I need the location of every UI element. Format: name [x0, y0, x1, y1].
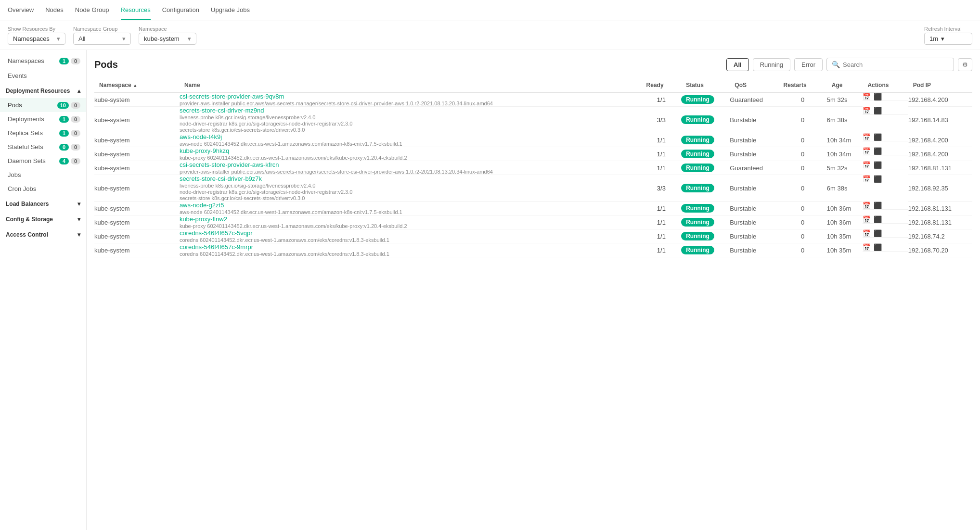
sidebar-config-storage-section: Config & Storage ▾	[0, 212, 86, 227]
namespace-value: kube-system	[144, 35, 180, 42]
sidebar-item-events[interactable]: Events	[0, 69, 86, 83]
sidebar-deployments-label: Deployments	[8, 115, 44, 123]
terminal-icon[interactable]: ⬛	[874, 202, 882, 209]
sidebar-item-jobs[interactable]: Jobs	[0, 168, 86, 182]
pod-name-link[interactable]: aws-node-t4k9j	[180, 133, 642, 140]
namespace-cell: kube-system	[94, 93, 180, 107]
nav-nodes[interactable]: Nodes	[45, 0, 64, 20]
actions-cell: 📅 ⬛	[863, 215, 908, 224]
table-row: kube-systemcoredns-546f4f657c-5vqprcored…	[94, 229, 972, 243]
terminal-icon[interactable]: ⬛	[874, 215, 882, 223]
pod-name-link[interactable]: coredns-546f4f657c-5vqpr	[180, 229, 642, 237]
nav-overview[interactable]: Overview	[8, 0, 34, 20]
status-cell: Running	[681, 175, 730, 202]
sidebar-access-control-header[interactable]: Access Control ▾	[0, 227, 86, 242]
search-input[interactable]	[843, 61, 949, 68]
age-cell: 10h 34m	[827, 133, 863, 147]
actions-cell: 📅 ⬛	[863, 229, 908, 238]
calendar-icon[interactable]: 📅	[863, 147, 871, 155]
pod-ip-cell: 192.168.4.200	[908, 93, 972, 107]
ready-cell: 3/3	[642, 107, 682, 133]
col-name: Name	[180, 78, 642, 93]
pod-name-link[interactable]: aws-node-g2zt5	[180, 202, 642, 209]
sidebar-stateful-sets-badge-green: 0	[59, 144, 69, 151]
show-resources-label: Show Resources By	[8, 26, 65, 32]
sidebar-load-balancers-header[interactable]: Load Balancers ▾	[0, 197, 86, 211]
terminal-icon[interactable]: ⬛	[874, 147, 882, 155]
qos-cell: Burstable	[730, 133, 778, 147]
nav-configuration[interactable]: Configuration	[162, 0, 199, 20]
terminal-icon[interactable]: ⬛	[874, 175, 882, 183]
calendar-icon[interactable]: 📅	[863, 243, 871, 251]
filter-error-button[interactable]: Error	[794, 58, 823, 71]
sidebar-config-storage-label: Config & Storage	[6, 216, 53, 223]
pod-detail-1: liveness-probe k8s.gcr.io/sig-storage/li…	[180, 114, 642, 120]
pod-name-link[interactable]: secrets-store-csi-driver-mz9nd	[180, 107, 642, 114]
terminal-icon[interactable]: ⬛	[874, 107, 882, 114]
namespace-group-select[interactable]: All ▾	[73, 33, 131, 45]
pod-detail: provider-aws-installer public.ecr.aws/aw…	[180, 169, 642, 175]
nav-resources[interactable]: Resources	[121, 0, 151, 20]
pod-name-link[interactable]: secrets-store-csi-driver-b9z7k	[180, 175, 642, 182]
calendar-icon[interactable]: 📅	[863, 161, 871, 169]
actions-cell: 📅 ⬛	[863, 202, 908, 210]
sidebar-item-namespaces[interactable]: Namespaces 1 0	[0, 54, 86, 68]
filter-all-button[interactable]: All	[726, 58, 749, 71]
sidebar-access-control-chevron-icon: ▾	[77, 231, 80, 238]
calendar-icon[interactable]: 📅	[863, 175, 871, 183]
sidebar-replica-sets-badge-gray: 0	[71, 130, 80, 137]
terminal-icon[interactable]: ⬛	[874, 133, 882, 141]
filter-bar: Show Resources By Namespaces ▾ Namespace…	[0, 21, 980, 50]
namespace-group-label: Namespace Group	[73, 26, 131, 32]
pod-detail: provider-aws-installer public.ecr.aws/aw…	[180, 101, 642, 106]
pod-name-link[interactable]: kube-proxy-flnw2	[180, 215, 642, 223]
pod-name-link[interactable]: coredns-546f4f657c-9mrpr	[180, 243, 642, 251]
sidebar-item-stateful-sets[interactable]: Stateful Sets 0 0	[0, 140, 86, 154]
sidebar-deployments-badge-green: 1	[59, 116, 69, 123]
actions-cell: 📅 ⬛	[863, 243, 908, 252]
col-qos: QoS	[730, 78, 778, 93]
status-cell: Running	[681, 215, 730, 229]
status-cell: Running	[681, 133, 730, 147]
sidebar-config-storage-header[interactable]: Config & Storage ▾	[0, 212, 86, 227]
sidebar-stateful-sets-badges: 0 0	[59, 144, 80, 151]
sidebar-item-deployments[interactable]: Deployments 1 0	[0, 112, 86, 126]
sidebar-item-daemon-sets[interactable]: Daemon Sets 4 0	[0, 154, 86, 168]
pod-name-link[interactable]: kube-proxy-9hkzq	[180, 147, 642, 154]
sidebar-item-pods[interactable]: Pods 10 0	[0, 98, 86, 112]
calendar-icon[interactable]: 📅	[863, 93, 871, 101]
calendar-icon[interactable]: 📅	[863, 229, 871, 237]
pod-name-link[interactable]: csi-secrets-store-provider-aws-kfrcn	[180, 161, 642, 168]
nav-node-group[interactable]: Node Group	[75, 0, 109, 20]
ready-cell: 1/1	[642, 215, 682, 229]
actions-cell: 📅 ⬛	[863, 107, 908, 115]
calendar-icon[interactable]: 📅	[863, 202, 871, 209]
terminal-icon[interactable]: ⬛	[874, 229, 882, 237]
sidebar-item-replica-sets[interactable]: Replica Sets 1 0	[0, 126, 86, 140]
calendar-icon[interactable]: 📅	[863, 133, 871, 141]
namespace-group-filter: Namespace Group All ▾	[73, 26, 131, 45]
restarts-cell: 0	[779, 229, 827, 243]
pod-name-link[interactable]: csi-secrets-store-provider-aws-9qv8m	[180, 93, 642, 100]
refresh-interval-select[interactable]: 1m ▾	[924, 33, 972, 45]
sidebar-item-cron-jobs[interactable]: Cron Jobs	[0, 182, 86, 196]
sidebar-deployment-resources-header[interactable]: Deployment Resources ▴	[0, 84, 86, 98]
terminal-icon[interactable]: ⬛	[874, 243, 882, 251]
calendar-icon[interactable]: 📅	[863, 215, 871, 223]
sidebar-daemon-sets-badges: 4 0	[59, 158, 80, 164]
qos-cell: Burstable	[730, 175, 778, 202]
age-cell: 10h 34m	[827, 147, 863, 161]
pod-detail-3: secrets-store k8s.gcr.io/csi-secrets-sto…	[180, 195, 642, 201]
calendar-icon[interactable]: 📅	[863, 107, 871, 114]
filter-running-button[interactable]: Running	[753, 58, 790, 71]
age-cell: 6m 38s	[827, 107, 863, 133]
namespace-select[interactable]: kube-system ▾	[139, 33, 196, 45]
settings-button[interactable]: ⚙	[958, 58, 972, 71]
sidebar-deployment-resources-section: Deployment Resources ▴ Pods 10 0 Deploym…	[0, 84, 86, 196]
terminal-icon[interactable]: ⬛	[874, 161, 882, 169]
restarts-cell: 0	[779, 202, 827, 215]
col-namespace[interactable]: Namespace	[94, 78, 180, 93]
terminal-icon[interactable]: ⬛	[874, 93, 882, 101]
show-resources-select[interactable]: Namespaces ▾	[8, 33, 65, 45]
nav-upgrade-jobs[interactable]: Upgrade Jobs	[211, 0, 250, 20]
